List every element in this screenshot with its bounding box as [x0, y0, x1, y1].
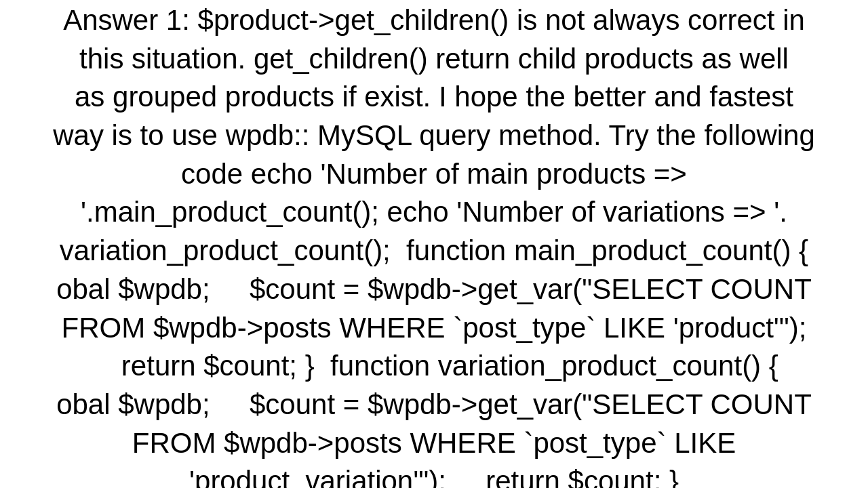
content-area: Answer 1: $product->get_children() is no…: [0, 0, 868, 488]
answer-text: Answer 1: $product->get_children() is no…: [0, 0, 868, 488]
